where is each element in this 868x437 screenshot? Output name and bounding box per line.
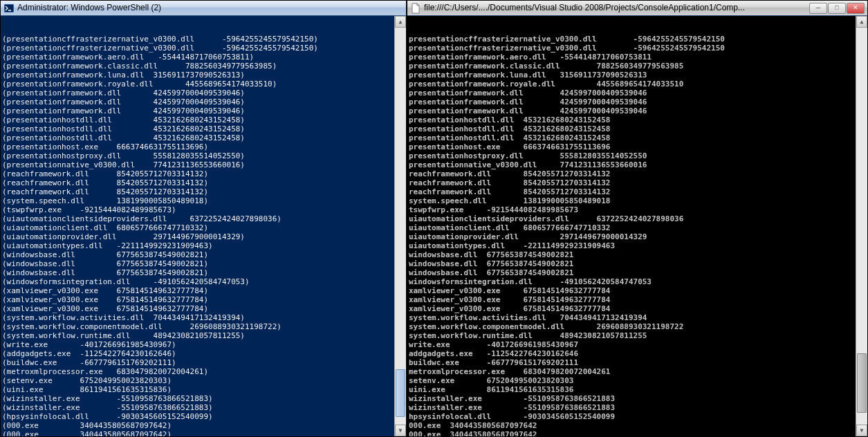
output-line: (presentationcffrasterizernative_v0300.d… — [2, 35, 405, 44]
scroll-up-button[interactable]: ▲ — [856, 16, 867, 28]
output-line: uiautomationtypes.dll -22111499292319094… — [409, 241, 866, 250]
output-line: (presentationframework.classic.dll 78825… — [2, 62, 405, 71]
output-line: system.workflow.activities.dll 704434941… — [409, 313, 866, 322]
minimize-button[interactable]: ─ — [809, 3, 827, 14]
output-line: (buildwc.exe -6677796151769202111) — [2, 358, 405, 367]
close-button[interactable]: ✕ — [847, 3, 865, 14]
file-viewer-output: presentationcffrasterizernative_v0300.dl… — [409, 35, 866, 436]
output-line: presentationhostdll.dll 4532162680243152… — [409, 124, 866, 133]
output-line: uini.exe 8611941561635315836 — [409, 385, 866, 394]
output-line: (presentationhostdll.dll 453216268024315… — [2, 133, 405, 142]
output-line: (write.exe -4017266961985430967) — [2, 340, 405, 349]
output-line: (reachframework.dll 8542055712703314132) — [2, 169, 405, 178]
output-line: system.speech.dll 1381990005850489018 — [409, 196, 866, 205]
output-line: system.workflow.componentmodel.dll 26960… — [409, 322, 866, 331]
output-line: (system.speech.dll 1381990005850489018) — [2, 196, 405, 205]
svg-rect-0 — [4, 4, 14, 12]
output-line: buildwc.exe -6677796151769202111 — [409, 358, 866, 367]
file-viewer-console[interactable]: presentationcffrasterizernative_v0300.dl… — [407, 16, 867, 436]
output-line: presentationhostdll.dll 4532162680243152… — [409, 115, 866, 124]
output-line: presentationframework.dll 42459970004095… — [409, 106, 866, 115]
output-line: (presentationhost.exe 666374663175511369… — [2, 142, 405, 151]
output-line: system.workflow.runtime.dll 489423082105… — [409, 331, 866, 340]
output-line: presentationhostdll.dll 4532162680243152… — [409, 133, 866, 142]
output-line: (presentationnative_v0300.dll 7741231136… — [2, 160, 405, 169]
output-line: presentationframework.dll 42459970004095… — [409, 97, 866, 106]
output-line: (xamlviewer_v0300.exe 675814514963277778… — [2, 295, 405, 304]
output-line: (setenv.exe 6752049950023820303) — [2, 376, 405, 385]
scroll-thumb[interactable] — [857, 353, 867, 413]
output-line: (uiautomationtypes.dll -2211149929231909… — [2, 241, 405, 250]
powershell-output: (presentationcffrasterizernative_v0300.d… — [2, 35, 405, 436]
output-line: (wizinstaller.exe -5510958763866521883) — [2, 394, 405, 403]
output-line: addgadgets.exe -1125422764230162646 — [409, 349, 866, 358]
output-line: (system.workflow.runtime.dll 48942308210… — [2, 331, 405, 340]
output-line: presentationframework.dll 42459970004095… — [409, 89, 866, 97]
output-line: presentationcffrasterizernative_v0300.dl… — [409, 44, 866, 53]
output-line: hpsysinfolocal.dll -9030345605152540099 — [409, 412, 866, 421]
powershell-scrollbar[interactable]: ▲ ▼ — [394, 16, 406, 436]
output-line: presentationcffrasterizernative_v0300.dl… — [409, 35, 866, 44]
output-line: presentationnative_v0300.dll 77412311365… — [409, 160, 866, 169]
file-viewer-titlebar[interactable]: file:///C:/Users/..../Documents/Visual S… — [407, 1, 867, 16]
output-line: (windowsformsintegration.dll -4910562420… — [2, 277, 405, 286]
output-line: (reachframework.dll 8542055712703314132) — [2, 178, 405, 187]
output-line: setenv.exe 6752049950023820303 — [409, 376, 866, 385]
output-line: (wizinstaller.exe -5510958763866521883) — [2, 403, 405, 412]
output-line: (000.exe 3404435805687097642) — [2, 421, 405, 430]
output-line: metroxmlprocessor.exe 683047982007200426… — [409, 367, 866, 376]
output-line: write.exe -4017266961985430967 — [409, 340, 866, 349]
output-line: (metroxmlprocessor.exe 68304798200720042… — [2, 367, 405, 376]
output-line: (presentationframework.dll 4245997000409… — [2, 106, 405, 115]
output-line: (addgadgets.exe -1125422764230162646) — [2, 349, 405, 358]
output-line: (windowsbase.dll 6775653874549002821) — [2, 268, 405, 277]
output-line: reachframework.dll 8542055712703314132 — [409, 187, 866, 196]
scroll-thumb[interactable] — [396, 369, 405, 417]
output-line: xamlviewer_v0300.exe 6758145149632777784 — [409, 304, 866, 313]
scroll-up-button[interactable]: ▲ — [395, 16, 406, 28]
output-line: (presentationframework.aero.dll -5544148… — [2, 53, 405, 62]
output-line: 000.exe 3404435805687097642 — [409, 430, 866, 436]
output-line: windowsbase.dll 6775653874549002821 — [409, 259, 866, 268]
window-controls: ─ □ ✕ — [809, 3, 865, 14]
output-line: reachframework.dll 8542055712703314132 — [409, 178, 866, 187]
scroll-down-button[interactable]: ▼ — [856, 425, 867, 436]
output-line: presentationframework.luna.dll 315691173… — [409, 71, 866, 80]
output-line: (tswpfwrp.exe -9215444082489985673) — [2, 205, 405, 214]
file-viewer-title-text: file:///C:/Users/..../Documents/Visual S… — [424, 3, 809, 12]
output-line: (presentationframework.dll 4245997000409… — [2, 89, 405, 97]
powershell-icon — [3, 3, 15, 14]
scroll-track[interactable] — [856, 28, 867, 425]
output-line: (uini.exe 8611941561635315836) — [2, 385, 405, 394]
output-line: presentationhost.exe 6663746631755113696 — [409, 142, 866, 151]
powershell-title-text: Administrator: Windows PowerShell (2) — [17, 3, 403, 12]
scroll-down-button[interactable]: ▼ — [395, 425, 406, 436]
output-line: (reachframework.dll 8542055712703314132) — [2, 187, 405, 196]
file-viewer-scrollbar[interactable]: ▲ ▼ — [856, 16, 867, 436]
output-line: (uiautomationprovider.dll 29714496790000… — [2, 232, 405, 241]
output-line: presentationframework.aero.dll -55441487… — [409, 53, 866, 62]
powershell-console[interactable]: (presentationcffrasterizernative_v0300.d… — [1, 16, 406, 436]
output-line: windowsformsintegration.dll -49105624205… — [409, 277, 866, 286]
output-line: presentationframework.royale.dll 4455689… — [409, 80, 866, 89]
output-line: (presentationframework.royale.dll 445568… — [2, 80, 405, 89]
output-line: tswpfwrp.exe -9215444082489985673 — [409, 205, 866, 214]
output-line: reachframework.dll 8542055712703314132 — [409, 169, 866, 178]
output-line: windowsbase.dll 6775653874549002821 — [409, 250, 866, 259]
powershell-titlebar[interactable]: Administrator: Windows PowerShell (2) — [1, 1, 406, 16]
output-line: wizinstaller.exe -5510958763866521883 — [409, 394, 866, 403]
output-line: (windowsbase.dll 6775653874549002821) — [2, 259, 405, 268]
output-line: presentationframework.classic.dll 788256… — [409, 62, 866, 71]
output-line: xamlviewer_v0300.exe 6758145149632777784 — [409, 286, 866, 295]
output-line: (windowsbase.dll 6775653874549002821) — [2, 250, 405, 259]
output-line: xamlviewer_v0300.exe 6758145149632777784 — [409, 295, 866, 304]
output-line: (presentationhostproxy.dll 5558128035514… — [2, 151, 405, 160]
scroll-track[interactable] — [395, 28, 406, 425]
output-line: (presentationhostdll.dll 453216268024315… — [2, 115, 405, 124]
output-line: (hpsysinfolocal.dll -9030345605152540099… — [2, 412, 405, 421]
powershell-window: Administrator: Windows PowerShell (2) (p… — [0, 0, 407, 437]
output-line: (presentationcffrasterizernative_v0300.d… — [2, 44, 405, 53]
output-line: uiautomationclient.dll 68065776667477103… — [409, 223, 866, 232]
maximize-button[interactable]: □ — [828, 3, 846, 14]
output-line: (system.workflow.activities.dll 70443494… — [2, 313, 405, 322]
